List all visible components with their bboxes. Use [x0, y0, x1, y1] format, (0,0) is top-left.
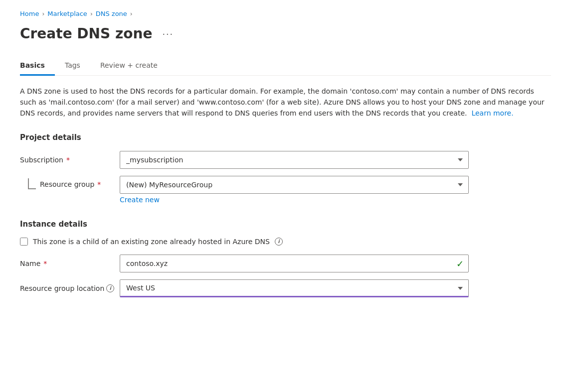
- name-row: Name * ✓: [20, 255, 551, 272]
- subscription-control: _mysubscription: [120, 151, 469, 169]
- rg-indent-corner: [28, 178, 36, 189]
- learn-more-link[interactable]: Learn more.: [471, 109, 513, 117]
- subscription-row: Subscription * _mysubscription: [20, 151, 551, 169]
- tab-basics[interactable]: Basics: [20, 56, 55, 76]
- project-details-section: Project details Subscription * _mysubscr…: [20, 133, 551, 204]
- more-options-button[interactable]: ···: [158, 26, 178, 41]
- tabs-container: Basics Tags Review + create: [20, 56, 551, 76]
- subscription-label: Subscription *: [20, 156, 120, 164]
- page-header: Create DNS zone ···: [20, 25, 551, 42]
- location-info-icon[interactable]: i: [106, 284, 114, 292]
- create-new-link[interactable]: Create new: [120, 196, 160, 204]
- name-control: ✓: [120, 255, 469, 272]
- location-row: Resource group location i West US East U…: [20, 279, 551, 297]
- breadcrumb-sep-2: ›: [90, 10, 93, 17]
- project-details-title: Project details: [20, 133, 551, 142]
- breadcrumb-sep-3: ›: [130, 10, 133, 17]
- child-zone-checkbox[interactable]: [20, 238, 28, 246]
- resource-group-row: Resource group * _mysubscription (New) M…: [20, 176, 551, 194]
- description-text: A DNS zone is used to host the DNS recor…: [20, 86, 549, 119]
- name-label: Name *: [20, 260, 120, 267]
- tab-tags[interactable]: Tags: [55, 56, 90, 76]
- instance-details-section: Instance details This zone is a child of…: [20, 220, 551, 297]
- location-label: Resource group location i: [20, 284, 120, 292]
- tab-review-create[interactable]: Review + create: [90, 56, 168, 76]
- breadcrumb-dns-zone[interactable]: DNS zone: [96, 10, 127, 17]
- location-control: West US East US West Europe East Asia: [120, 279, 469, 297]
- child-zone-label: This zone is a child of an existing zone…: [33, 238, 270, 246]
- subscription-select[interactable]: _mysubscription: [120, 151, 469, 169]
- subscription-required: *: [66, 156, 70, 164]
- name-input[interactable]: [120, 255, 469, 272]
- breadcrumb-sep-1: ›: [42, 10, 44, 17]
- resource-group-label: Resource group *: [40, 180, 101, 188]
- resource-group-select[interactable]: _mysubscription (New) MyResourceGroup: [120, 176, 469, 194]
- child-zone-info-icon[interactable]: i: [275, 238, 283, 246]
- breadcrumb: Home › Marketplace › DNS zone ›: [20, 10, 551, 17]
- instance-details-title: Instance details: [20, 220, 551, 229]
- breadcrumb-marketplace[interactable]: Marketplace: [47, 10, 87, 17]
- name-required: *: [43, 260, 47, 267]
- page-title: Create DNS zone: [20, 25, 152, 42]
- breadcrumb-home[interactable]: Home: [20, 10, 39, 17]
- resource-group-control: _mysubscription (New) MyResourceGroup: [120, 176, 469, 194]
- child-zone-row: This zone is a child of an existing zone…: [20, 238, 551, 246]
- rg-required: *: [97, 180, 101, 188]
- location-select[interactable]: West US East US West Europe East Asia: [120, 279, 469, 297]
